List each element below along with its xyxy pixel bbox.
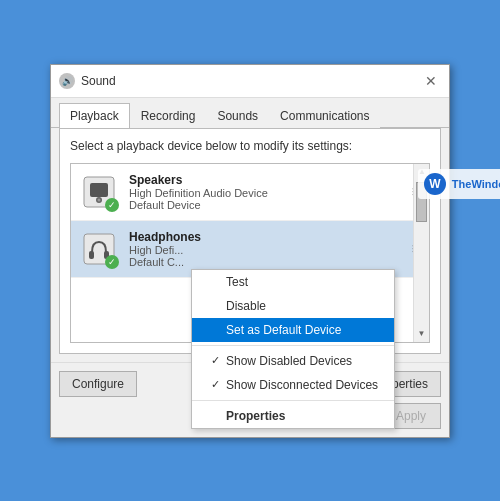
instruction-text: Select a playback device below to modify… xyxy=(70,139,430,153)
ctx-disable-label: Disable xyxy=(226,299,378,313)
ctx-test[interactable]: Test xyxy=(192,270,394,294)
ctx-test-label: Test xyxy=(226,275,378,289)
tab-sounds[interactable]: Sounds xyxy=(206,103,269,128)
headphones-info: Headphones High Defi... Default C... xyxy=(129,230,402,268)
headphones-badge: ✓ xyxy=(105,255,119,269)
close-button[interactable]: ✕ xyxy=(421,71,441,91)
title-bar-left: 🔊 Sound xyxy=(59,73,116,89)
device-list: ✓ Speakers High Definition Audio Device … xyxy=(70,163,430,343)
tab-bar: Playback Recording Sounds Communications xyxy=(51,98,449,128)
headphones-icon: ✓ xyxy=(79,229,119,269)
context-menu: Test Disable Set as Default Device ✓ Sho… xyxy=(191,269,395,429)
svg-rect-1 xyxy=(90,183,108,197)
sound-icon: 🔊 xyxy=(59,73,75,89)
speakers-name: Speakers xyxy=(129,173,402,187)
speakers-icon: ✓ xyxy=(79,172,119,212)
ctx-set-default[interactable]: Set as Default Device xyxy=(192,318,394,342)
ctx-show-disabled-label: Show Disabled Devices xyxy=(226,354,378,368)
ctx-sep2 xyxy=(192,400,394,401)
svg-rect-5 xyxy=(89,251,94,259)
headphones-detail1: High Defi... xyxy=(129,244,402,256)
ctx-sep1 xyxy=(192,345,394,346)
ctx-properties[interactable]: Properties xyxy=(192,404,394,428)
ctx-show-disabled-check: ✓ xyxy=(208,354,222,367)
speakers-detail1: High Definition Audio Device xyxy=(129,187,402,199)
default-badge: ✓ xyxy=(105,198,119,212)
tab-recording[interactable]: Recording xyxy=(130,103,207,128)
scroll-down[interactable]: ▼ xyxy=(414,326,429,342)
ctx-show-disconnected[interactable]: ✓ Show Disconnected Devices xyxy=(192,373,394,397)
speakers-detail2: Default Device xyxy=(129,199,402,211)
window-title: Sound xyxy=(81,74,116,88)
watermark-logo: W xyxy=(424,173,446,195)
watermark-text: TheWindowsClub xyxy=(452,178,500,190)
device-item-speakers[interactable]: ✓ Speakers High Definition Audio Device … xyxy=(71,164,429,221)
configure-button[interactable]: Configure xyxy=(59,371,137,397)
tab-communications[interactable]: Communications xyxy=(269,103,380,128)
ctx-show-disconnected-check: ✓ xyxy=(208,378,222,391)
ctx-show-disconnected-label: Show Disconnected Devices xyxy=(226,378,378,392)
headphones-detail2: Default C... xyxy=(129,256,402,268)
ctx-properties-label: Properties xyxy=(226,409,378,423)
ctx-disable[interactable]: Disable xyxy=(192,294,394,318)
watermark: W TheWindowsClub xyxy=(418,169,500,199)
svg-point-3 xyxy=(98,198,101,201)
tab-playback[interactable]: Playback xyxy=(59,103,130,128)
headphones-name: Headphones xyxy=(129,230,402,244)
ctx-show-disabled[interactable]: ✓ Show Disabled Devices xyxy=(192,349,394,373)
sound-dialog: 🔊 Sound ✕ Playback Recording Sounds Comm… xyxy=(50,64,450,438)
content-area: Select a playback device below to modify… xyxy=(59,128,441,354)
title-bar: 🔊 Sound ✕ xyxy=(51,65,449,98)
speakers-info: Speakers High Definition Audio Device De… xyxy=(129,173,402,211)
ctx-set-default-label: Set as Default Device xyxy=(226,323,378,337)
